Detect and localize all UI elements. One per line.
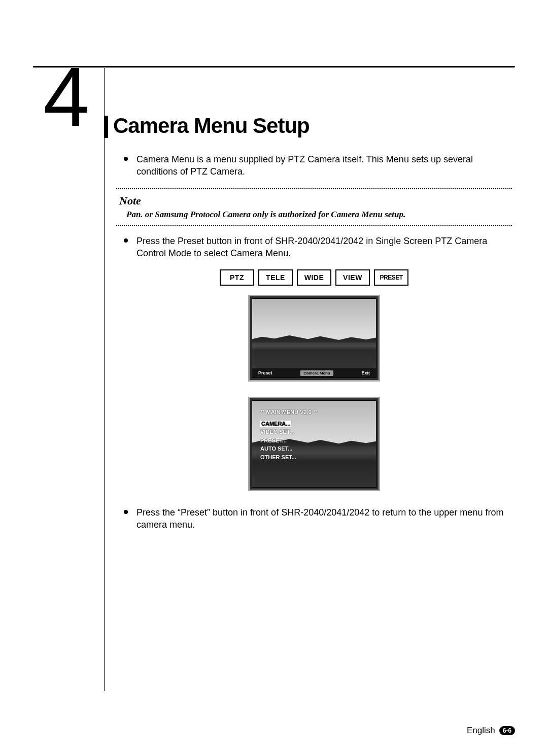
wide-button: WIDE	[297, 269, 331, 286]
page-footer: English 6-6	[467, 726, 515, 736]
body-column: Camera Menu is a menu supplied by PTZ Ca…	[104, 68, 512, 691]
hardware-button-row: PTZ TELE WIDE VIEW PRESET	[116, 269, 512, 286]
osd-main-menu: ** MAIN MENU V2.0 ** CAMERA... VIDEO SET…	[260, 408, 317, 461]
note-rule-top	[116, 188, 512, 189]
tele-button: TELE	[258, 269, 293, 286]
footer-language: English	[467, 726, 495, 736]
osd-bar-left: Preset	[258, 370, 272, 375]
ptz-button: PTZ	[220, 269, 254, 286]
osd-bottom-bar: Preset Camera Menu Exit	[252, 368, 376, 377]
preset-button: PRESET	[374, 269, 408, 286]
osd-menu-item-other-set: OTHER SET...	[260, 453, 317, 462]
osd-menu-item-video-set: VIDEO SET...	[260, 428, 317, 436]
camera-screenshot-1: Preset Camera Menu Exit	[248, 295, 380, 382]
footer-page-number: 6-6	[499, 726, 515, 735]
landscape-image-icon	[252, 299, 376, 377]
osd-menu-item-auto-set: AUTO SET...	[260, 444, 317, 453]
osd-menu-title: ** MAIN MENU V2.0 **	[260, 408, 317, 417]
bullet-return-upper: Press the “Preset” button in front of SH…	[116, 506, 512, 531]
osd-bar-right: Exit	[361, 370, 370, 375]
osd-bar-center: Camera Menu	[300, 370, 333, 376]
section-number: 4	[43, 55, 86, 139]
bullet-press-preset: Press the Preset button in front of SHR-…	[116, 235, 512, 260]
section-title-text: Camera Menu Setup	[113, 114, 310, 138]
note-label: Note	[119, 194, 512, 208]
camera-screenshot-2: ** MAIN MENU V2.0 ** CAMERA... VIDEO SET…	[248, 397, 380, 491]
bullet-intro: Camera Menu is a menu supplied by PTZ Ca…	[116, 153, 512, 178]
note-box: Note Pan. or Samsung Protocol Camera onl…	[116, 188, 512, 226]
note-rule-bottom	[116, 225, 512, 226]
section-title: Camera Menu Setup	[104, 114, 474, 138]
note-text: Pan. or Samsung Protocol Camera only is …	[126, 210, 512, 220]
osd-menu-item-camera: CAMERA...	[260, 421, 291, 427]
osd-menu-item-preset: PRESET...	[260, 436, 317, 445]
view-button: VIEW	[335, 269, 370, 286]
